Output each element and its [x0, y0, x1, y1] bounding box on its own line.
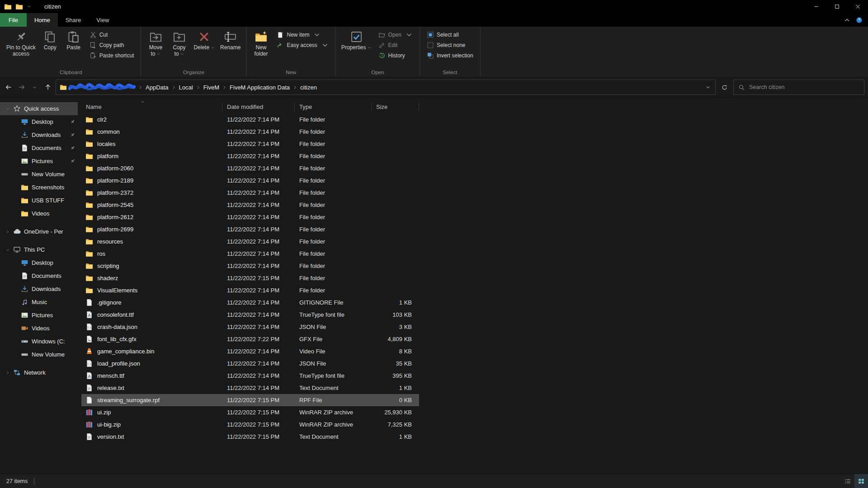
ribbon-button-paste[interactable]: Paste: [62, 28, 85, 51]
ribbon-button-copy-path[interactable]: Copy path: [88, 41, 136, 49]
ribbon-button-invert-selection[interactable]: Invert selection: [425, 52, 475, 60]
file-row-streaming-surrogate-rpf[interactable]: streaming_surrogate.rpf11/22/2022 7:15 P…: [81, 394, 419, 406]
maximize-button[interactable]: [826, 0, 847, 13]
sidebar-item-new-volume[interactable]: New Volume: [0, 168, 78, 181]
ribbon-button-edit[interactable]: Edit: [377, 41, 415, 49]
file-row-load-profile-json[interactable]: load_profile.json11/22/2022 7:14 PMJSON …: [81, 357, 419, 370]
sidebar-item-onedrive-per[interactable]: OneDrive - Per: [0, 225, 78, 238]
ribbon-button-copy[interactable]: Copy: [39, 28, 61, 51]
sidebar-item-downloads[interactable]: Downloads: [0, 128, 78, 141]
file-row-clr2[interactable]: clr211/22/2022 7:14 PMFile folder: [81, 113, 419, 126]
file-row-shaderz[interactable]: shaderz11/22/2022 7:15 PMFile folder: [81, 272, 419, 284]
refresh-button[interactable]: [717, 80, 731, 95]
ribbon-button-easy-access[interactable]: Easy access: [275, 41, 330, 49]
file-row-game-compliance-bin[interactable]: game_compliance.bin11/22/2022 7:14 PMVid…: [81, 345, 419, 357]
sidebar-item-desktop[interactable]: Desktop: [0, 115, 78, 128]
file-row-platform[interactable]: platform11/22/2022 7:14 PMFile folder: [81, 150, 419, 162]
file-row-scripting[interactable]: scripting11/22/2022 7:14 PMFile folder: [81, 260, 419, 272]
forward-button[interactable]: [15, 80, 28, 94]
sidebar-item-music[interactable]: Music: [0, 296, 78, 309]
ribbon-button-rename[interactable]: Rename: [218, 28, 243, 51]
file-row-platform-2189[interactable]: platform-218911/22/2022 7:14 PMFile fold…: [81, 174, 419, 187]
file-row-ui-big-zip[interactable]: ui-big.zip11/22/2022 7:15 PMWinRAR ZIP a…: [81, 418, 419, 431]
help-icon[interactable]: [856, 17, 863, 23]
minimize-button[interactable]: [806, 0, 826, 13]
breadcrumb-bar[interactable]: AppDataLocalFiveMFiveM Application Datac…: [56, 80, 716, 95]
sidebar-item-documents[interactable]: Documents: [0, 269, 78, 282]
file-row-visualelements[interactable]: VisualElements11/22/2022 7:14 PMFile fol…: [81, 284, 419, 296]
ribbon-button-copy-to[interactable]: Copyto: [168, 28, 190, 57]
sidebar-item-screenshots[interactable]: Screenshots: [0, 181, 78, 194]
sidebar-item-pictures[interactable]: Pictures: [0, 155, 78, 168]
column-header-name[interactable]: Name: [81, 100, 222, 113]
ribbon-button-new-folder[interactable]: Newfolder: [250, 28, 272, 57]
ribbon-tab-view[interactable]: View: [89, 13, 117, 27]
ribbon-button-history[interactable]: History: [377, 52, 415, 60]
back-button[interactable]: [2, 80, 15, 94]
ribbon-button-properties[interactable]: Properties: [339, 28, 374, 51]
ribbon-button-select-none[interactable]: Select none: [425, 41, 475, 49]
qat-folder-icon[interactable]: [15, 3, 23, 10]
file-row-platform-2372[interactable]: platform-237211/22/2022 7:14 PMFile fold…: [81, 187, 419, 199]
ribbon-group-label: Select: [422, 67, 478, 77]
recent-locations-button[interactable]: [28, 80, 41, 94]
breadcrumb-item-local[interactable]: Local: [178, 84, 194, 91]
ribbon-button-move-to[interactable]: Moveto: [144, 28, 167, 57]
details-view-button[interactable]: [841, 474, 854, 488]
file-row-release-txt[interactable]: release.txt11/22/2022 7:14 PMText Docume…: [81, 382, 419, 394]
sidebar-item-this-pc[interactable]: This PC: [0, 243, 78, 256]
column-header-type[interactable]: Type: [295, 100, 372, 113]
file-row-gitignore[interactable]: .gitignore11/22/2022 7:14 PMGITIGNORE Fi…: [81, 296, 419, 309]
ribbon-tab-home[interactable]: Home: [27, 13, 58, 27]
file-row-consolefont-ttf[interactable]: consolefont.ttf11/22/2022 7:14 PMTrueTyp…: [81, 309, 419, 321]
file-row-platform-2060[interactable]: platform-206011/22/2022 7:14 PMFile fold…: [81, 162, 419, 174]
ribbon-button-delete[interactable]: Delete: [191, 28, 217, 51]
file-row-platform-2612[interactable]: platform-261211/22/2022 7:14 PMFile fold…: [81, 211, 419, 223]
breadcrumb-item-citizen[interactable]: citizen: [299, 84, 318, 91]
sidebar-item-usb-stuff[interactable]: USB STUFF: [0, 194, 78, 207]
file-row-mensch-ttf[interactable]: mensch.ttf11/22/2022 7:14 PMTrueType fon…: [81, 370, 419, 382]
breadcrumb-item-fivem[interactable]: FiveM: [202, 84, 221, 91]
file-row-common[interactable]: common11/22/2022 7:14 PMFile folder: [81, 126, 419, 138]
ribbon-button-cut[interactable]: Cut: [88, 31, 136, 39]
file-row-version-txt[interactable]: version.txt11/22/2022 7:15 PMText Docume…: [81, 431, 419, 443]
up-button[interactable]: [41, 80, 54, 94]
sidebar-item-network[interactable]: Network: [0, 366, 78, 379]
search-input[interactable]: [749, 84, 859, 90]
thumbnail-view-button[interactable]: [854, 474, 868, 488]
file-row-ui-zip[interactable]: ui.zip11/22/2022 7:15 PMWinRAR ZIP archi…: [81, 406, 419, 418]
sidebar-item-pictures[interactable]: Pictures: [0, 309, 78, 322]
ribbon-button-paste-shortcut[interactable]: Paste shortcut: [88, 52, 136, 60]
collapse-ribbon-icon[interactable]: [844, 17, 850, 23]
file-row-resources[interactable]: resources11/22/2022 7:14 PMFile folder: [81, 235, 419, 248]
sidebar-item-documents[interactable]: Documents: [0, 141, 78, 155]
ribbon-tab-share[interactable]: Share: [58, 13, 89, 27]
ribbon-button-new-item[interactable]: New item: [275, 31, 330, 39]
file-row-crash-data-json[interactable]: crash-data.json11/22/2022 7:14 PMJSON Fi…: [81, 321, 419, 333]
file-row-platform-2699[interactable]: platform-269911/22/2022 7:14 PMFile fold…: [81, 223, 419, 235]
breadcrumb-item-appdata[interactable]: AppData: [144, 84, 170, 91]
breadcrumb-separator-icon: [171, 85, 176, 90]
sidebar-item-new-volume[interactable]: New Volume: [0, 348, 78, 361]
sidebar-item-downloads[interactable]: Downloads: [0, 282, 78, 296]
sidebar-item-windows-c[interactable]: Windows (C:: [0, 335, 78, 348]
sidebar-item-quick-access[interactable]: Quick access: [0, 102, 78, 115]
sidebar-item-desktop[interactable]: Desktop: [0, 256, 78, 269]
ribbon-button-pin-to-quick-access[interactable]: Pin to Quickaccess: [4, 28, 38, 57]
column-header-date-modified[interactable]: Date modified: [222, 100, 295, 113]
file-row-locales[interactable]: locales11/22/2022 7:14 PMFile folder: [81, 138, 419, 150]
file-row-ros[interactable]: ros11/22/2022 7:14 PMFile folder: [81, 248, 419, 260]
ribbon-tab-file[interactable]: File: [0, 13, 27, 27]
ribbon-button-open[interactable]: Open: [377, 31, 415, 39]
file-row-font-lib-cfx-gfx[interactable]: font_lib_cfx.gfx11/22/2022 7:22 PMGFX Fi…: [81, 333, 419, 345]
column-header-size[interactable]: Size: [372, 100, 419, 113]
ribbon-button-select-all[interactable]: Select all: [425, 31, 475, 39]
close-button[interactable]: [847, 0, 868, 13]
invert-selection-icon: [427, 52, 434, 59]
qat-customize-icon[interactable]: [27, 4, 32, 9]
sidebar-item-videos[interactable]: Videos: [0, 207, 78, 220]
breadcrumb-item-fivem-application-data[interactable]: FiveM Application Data: [228, 84, 291, 91]
sidebar-item-videos[interactable]: Videos: [0, 322, 78, 335]
file-row-platform-2545[interactable]: platform-254511/22/2022 7:14 PMFile fold…: [81, 199, 419, 211]
address-dropdown-button[interactable]: [702, 80, 714, 94]
